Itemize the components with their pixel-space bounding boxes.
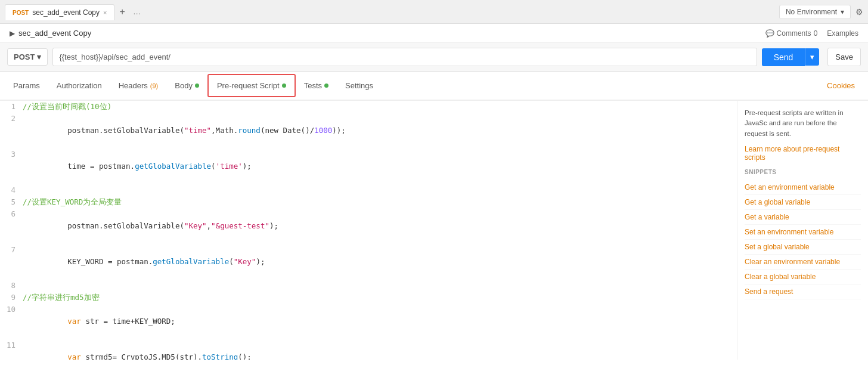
line-number: 11 [5,339,23,351]
code-line-7: 7 KEY_WORD = postman.getGlobalVariable("… [0,244,737,280]
line-content: postman.setGlobalVariable("time",Math.ro… [23,113,732,149]
snippet-clear-global-var[interactable]: Clear a global variable [745,270,861,284]
right-panel-info: Pre-request scripts are written in JavaS… [745,108,861,139]
line-content: time = postman.getGlobalVariable('time')… [23,149,732,184]
tab-bar: POST sec_add_event Copy × + ... No Envir… [0,0,868,24]
environment-selector[interactable]: No Environment ▾ [779,5,851,19]
code-line-11: 11 var strmd5= CryptoJS.MD5(str).toStrin… [0,339,737,360]
breadcrumb-arrow-icon: ▶ [10,29,15,38]
active-tab[interactable]: POST sec_add_event Copy × [5,4,114,20]
snippet-send-request[interactable]: Send a request [745,284,861,299]
url-bar: POST ▾ Send ▾ Save [0,43,868,72]
line-content: //设置当前时间戳(10位) [23,101,732,113]
tests-dot-indicator [324,83,328,88]
tab-authorization[interactable]: Authorization [48,75,110,96]
tab-auth-label: Authorization [57,81,102,90]
send-button-group: Send ▾ [762,48,820,66]
snippet-get-env-var[interactable]: Get an environment variable [745,180,861,195]
method-selector[interactable]: POST ▾ [7,48,48,66]
code-line-10: 10 var str = time+KEY_WORD; [0,304,737,339]
snippet-get-var[interactable]: Get a variable [745,210,861,225]
line-content: postman.setGlobalVariable("Key","&guest-… [23,208,732,244]
pre-request-dot-indicator [282,83,286,88]
new-tab-button[interactable]: + [114,4,129,20]
comment-icon: 💬 [765,29,774,38]
line-number: 9 [5,292,23,304]
snippets-title: SNIPPETS [745,169,861,175]
line-number: 10 [5,304,23,315]
tab-tests[interactable]: Tests [296,75,337,96]
learn-more-link[interactable]: Learn more about pre-request scripts [745,145,839,162]
tab-pre-request[interactable]: Pre-request Script [207,74,296,97]
snippet-get-global-var[interactable]: Get a global variable [745,195,861,210]
snippet-clear-env-var[interactable]: Clear an environment variable [745,255,861,270]
code-line-8: 8 [0,280,737,292]
code-line-5: 5 //设置KEY_WORD为全局变量 [0,196,737,208]
tab-cookies-label: Cookies [827,81,855,90]
breadcrumb-bar: ▶ sec_add_event Copy 💬 Comments 0 Exampl… [0,24,868,43]
line-content: //设置KEY_WORD为全局变量 [23,196,732,208]
line-number: 7 [5,244,23,256]
line-content: //字符串进行md5加密 [23,292,732,304]
tab-name: sec_add_event Copy [32,8,100,17]
code-editor[interactable]: 1 //设置当前时间戳(10位) 2 postman.setGlobalVari… [0,101,737,360]
breadcrumb-title: sec_add_event Copy [18,29,91,38]
main-content: 1 //设置当前时间戳(10位) 2 postman.setGlobalVari… [0,101,868,360]
send-button[interactable]: Send [762,48,805,66]
tab-settings-label: Settings [345,81,373,90]
code-line-9: 9 //字符串进行md5加密 [0,292,737,304]
comments-count: 0 [814,29,818,38]
line-number: 2 [5,113,23,125]
comments-label: Comments [777,29,811,38]
environment-label: No Environment [786,8,837,16]
line-content: var str = time+KEY_WORD; [23,304,732,339]
line-number: 5 [5,196,23,208]
tab-params-label: Params [13,81,40,90]
line-number: 4 [5,184,23,196]
tab-tests-label: Tests [304,81,322,90]
method-dropdown-arrow: ▾ [37,52,41,61]
line-number: 1 [5,101,23,113]
send-dropdown-button[interactable]: ▾ [805,48,819,66]
tab-headers[interactable]: Headers (9) [110,75,167,96]
request-tabs: Params Authorization Headers (9) Body Pr… [0,72,868,101]
line-content: KEY_WORD = postman.getGlobalVariable("Ke… [23,244,732,280]
tab-params[interactable]: Params [5,75,48,96]
code-line-1: 1 //设置当前时间戳(10位) [0,101,737,113]
code-line-6: 6 postman.setGlobalVariable("Key","&gues… [0,208,737,244]
line-number: 6 [5,208,23,220]
code-line-2: 2 postman.setGlobalVariable("time",Math.… [0,113,737,149]
tab-cookies[interactable]: Cookies [819,75,863,96]
examples-link[interactable]: Examples [827,29,858,38]
headers-count-badge: (9) [150,82,158,89]
save-button[interactable]: Save [827,48,861,66]
breadcrumb-actions: 💬 Comments 0 Examples [765,29,858,38]
snippet-set-env-var[interactable]: Set an environment variable [745,225,861,240]
snippet-set-global-var[interactable]: Set a global variable [745,240,861,255]
method-label: POST [14,52,35,61]
line-content: var strmd5= CryptoJS.MD5(str).toString()… [23,339,732,360]
line-number: 3 [5,149,23,160]
tab-close-button[interactable]: × [103,9,107,16]
code-line-4: 4 [0,184,737,196]
tab-pre-request-label: Pre-request Script [217,81,280,90]
tab-body[interactable]: Body [166,75,207,96]
right-panel: Pre-request scripts are written in JavaS… [737,101,868,360]
more-tabs-button[interactable]: ... [130,5,145,18]
url-input[interactable] [52,48,757,66]
tab-headers-label: Headers [119,81,148,90]
env-settings-button[interactable]: ⚙ [855,7,863,17]
body-dot-indicator [195,83,199,88]
env-dropdown-arrow: ▾ [841,8,844,16]
comments-button[interactable]: 💬 Comments 0 [765,29,818,38]
tab-method-badge: POST [13,10,29,16]
line-number: 8 [5,280,23,292]
tab-body-label: Body [175,81,193,90]
code-line-3: 3 time = postman.getGlobalVariable('time… [0,149,737,184]
tab-settings[interactable]: Settings [337,75,382,96]
